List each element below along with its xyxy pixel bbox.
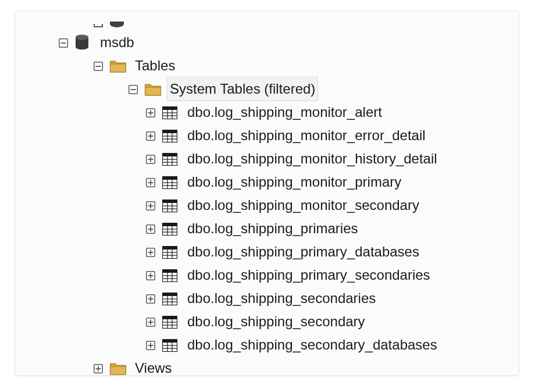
table-icon <box>162 339 177 352</box>
tree-node-table[interactable]: dbo.log_shipping_monitor_secondary <box>15 194 519 217</box>
database-icon <box>110 22 124 27</box>
folder-icon <box>110 361 126 375</box>
table-icon <box>162 269 177 282</box>
expand-icon[interactable] <box>146 108 155 117</box>
tree-node-label: dbo.log_shipping_primary_databases <box>184 240 422 264</box>
collapse-icon[interactable] <box>59 38 68 48</box>
tree-node-table[interactable]: dbo.log_shipping_monitor_primary <box>15 170 519 194</box>
tree-node-fragment <box>15 19 519 27</box>
tree-node-table[interactable]: dbo.log_shipping_secondary <box>15 310 519 333</box>
tree-node-label: Tables <box>132 54 178 78</box>
expand-icon[interactable] <box>146 155 155 164</box>
tree-node-label: dbo.log_shipping_monitor_secondary <box>184 193 422 218</box>
object-explorer-panel: msdb Tables System Tables (filtered) dbo… <box>15 10 519 376</box>
table-icon <box>162 293 177 305</box>
expand-icon[interactable] <box>146 271 155 280</box>
table-icon <box>162 176 177 189</box>
folder-icon <box>145 82 161 96</box>
folder-icon <box>110 59 126 73</box>
tree-node-table[interactable]: dbo.log_shipping_secondary_databases <box>15 333 519 357</box>
expand-icon[interactable] <box>146 224 155 234</box>
tree-node-label: dbo.log_shipping_monitor_primary <box>184 170 404 194</box>
tree-node-table[interactable]: dbo.log_shipping_primary_databases <box>15 240 519 263</box>
collapse-icon <box>94 24 103 27</box>
table-icon <box>162 316 177 329</box>
tree-node-label: System Tables (filtered) <box>167 77 318 101</box>
tree-node-label: msdb <box>97 30 137 55</box>
database-icon <box>75 34 89 51</box>
expand-icon[interactable] <box>146 131 155 141</box>
tree-node-table[interactable]: dbo.log_shipping_monitor_history_detail <box>15 147 519 170</box>
table-icon <box>162 153 177 166</box>
collapse-icon[interactable] <box>94 62 103 71</box>
tree-node-label: dbo.log_shipping_monitor_error_detail <box>184 123 429 148</box>
tree-node-table[interactable]: dbo.log_shipping_primary_secondaries <box>15 263 519 287</box>
tree-node-label: dbo.log_shipping_secondaries <box>184 286 379 311</box>
tree-node-label: Views <box>132 356 175 380</box>
tree-node-label: dbo.log_shipping_monitor_alert <box>184 100 385 124</box>
tree-node-tables[interactable]: Tables <box>15 54 519 77</box>
tree-node-label: dbo.log_shipping_primary_secondaries <box>184 263 433 287</box>
tree-node-table[interactable]: dbo.log_shipping_monitor_error_detail <box>15 124 519 147</box>
expand-icon[interactable] <box>146 178 155 187</box>
tree-node-label: dbo.log_shipping_monitor_history_detail <box>184 147 440 171</box>
tree-node-label: dbo.log_shipping_secondary <box>184 309 368 334</box>
tree-node-views[interactable]: Views <box>15 357 519 380</box>
table-icon <box>162 130 177 142</box>
expand-icon[interactable] <box>94 364 103 373</box>
expand-icon[interactable] <box>146 248 155 257</box>
tree-node-label: dbo.log_shipping_primaries <box>184 216 361 241</box>
table-icon <box>162 106 177 119</box>
tree-node-table[interactable]: dbo.log_shipping_monitor_alert <box>15 101 519 124</box>
tree-node-label: dbo.log_shipping_secondary_databases <box>184 333 440 357</box>
expand-icon[interactable] <box>146 201 155 211</box>
collapse-icon[interactable] <box>129 85 138 94</box>
expand-icon[interactable] <box>146 294 155 304</box>
tree-node-table[interactable]: dbo.log_shipping_secondaries <box>15 287 519 310</box>
tree-node-system-tables[interactable]: System Tables (filtered) <box>15 77 519 101</box>
tree-node-table[interactable]: dbo.log_shipping_primaries <box>15 217 519 240</box>
expand-icon[interactable] <box>146 341 155 350</box>
table-icon <box>162 223 177 236</box>
expand-icon[interactable] <box>146 318 155 327</box>
tree-node-msdb[interactable]: msdb <box>15 31 519 54</box>
table-icon <box>162 246 177 259</box>
table-icon <box>162 199 177 212</box>
